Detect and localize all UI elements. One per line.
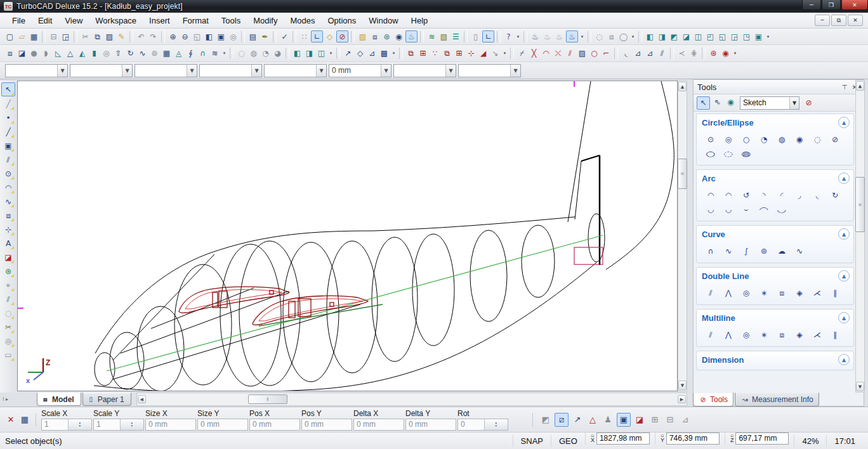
tab-model[interactable]: ⧈ Model bbox=[37, 393, 81, 406]
corner-handles-icon[interactable]: ⊟ bbox=[664, 413, 676, 426]
spline-3d-icon[interactable]: ∩ bbox=[197, 48, 208, 59]
arc-tan-3-icon[interactable]: ◡ bbox=[721, 203, 736, 216]
redo-icon[interactable]: ↷ bbox=[148, 31, 159, 42]
chevron-down-icon[interactable]: ▼ bbox=[251, 65, 261, 77]
save-icon[interactable]: ▦ bbox=[29, 31, 39, 42]
tab-paper-1[interactable]: ▯ Paper 1 bbox=[82, 393, 131, 406]
collapse-icon[interactable]: ▲ bbox=[838, 117, 850, 128]
array-rect-icon[interactable]: ⊞ bbox=[418, 48, 428, 59]
zoom-selection-icon[interactable]: ◎ bbox=[228, 31, 239, 42]
panel-tab-measurement-info[interactable]: ↝ Measurement Info bbox=[735, 393, 819, 407]
corner-trim-icon[interactable]: ⌐ bbox=[601, 48, 612, 59]
scroll-up-icon[interactable]: ▲ bbox=[678, 82, 687, 91]
knife-tool-icon[interactable]: ✂ bbox=[2, 321, 15, 334]
zoom-extents-icon[interactable]: ◧ bbox=[204, 31, 214, 42]
select-tool-icon[interactable]: ↖ bbox=[1, 82, 15, 96]
select-frame-icon[interactable]: ▭ bbox=[2, 349, 15, 361]
assembly-icon[interactable]: ◉ bbox=[720, 48, 731, 59]
revision-cloud-icon[interactable]: ☁ bbox=[774, 245, 789, 257]
arc-2-1-3-icon[interactable]: ◟ bbox=[810, 189, 825, 202]
dline-curve-icon[interactable]: ∗ bbox=[756, 287, 772, 299]
spell-check-icon[interactable]: ✓ bbox=[279, 31, 290, 42]
close-button[interactable]: ✕ bbox=[841, 0, 868, 10]
materials-icon[interactable]: ▧ bbox=[438, 31, 449, 42]
overflow-icon[interactable]: ▾ bbox=[391, 48, 397, 59]
property-combo[interactable]: ▼ bbox=[264, 64, 327, 77]
property-combo[interactable]: ▼ bbox=[393, 64, 456, 77]
arc-rotate-icon[interactable]: ↻ bbox=[827, 189, 843, 202]
chevron-down-icon[interactable]: ▼ bbox=[316, 65, 326, 77]
menu-item[interactable]: File bbox=[6, 14, 31, 27]
mline-rectangle-icon[interactable]: ⧈ bbox=[774, 329, 789, 341]
node-edit-icon[interactable]: ↗ bbox=[571, 413, 584, 426]
overflow-icon[interactable]: ▾ bbox=[502, 48, 508, 59]
chevron-down-icon[interactable]: ▼ bbox=[510, 65, 520, 77]
collapse-icon[interactable]: ▲ bbox=[838, 172, 850, 184]
chamfer-angle-icon[interactable]: ⊿ bbox=[645, 48, 655, 59]
edit-reference-icon[interactable]: ◪ bbox=[633, 413, 646, 426]
shrink-icon[interactable]: ≺ bbox=[676, 48, 687, 59]
copy-mirror-icon[interactable]: ⧉ bbox=[442, 48, 452, 59]
point-tool-icon[interactable]: • bbox=[2, 112, 15, 124]
sketch-curve-icon[interactable]: ∿ bbox=[792, 245, 807, 257]
property-combo[interactable]: ▼ bbox=[135, 64, 197, 77]
revolve-icon[interactable]: ↻ bbox=[125, 48, 136, 59]
circle-tan-arc-icon[interactable]: ⊘ bbox=[827, 133, 843, 146]
object-trim-icon[interactable]: ▨ bbox=[577, 48, 588, 59]
mline-perpendicular-icon[interactable]: ⋌ bbox=[810, 329, 825, 341]
chevron-down-icon[interactable]: ▼ bbox=[381, 65, 391, 77]
page-setup-icon[interactable]: ▯ bbox=[470, 31, 481, 42]
canvas-vertical-scrollbar[interactable]: ▲ ≡ ▼ bbox=[678, 81, 687, 391]
mdi-minimize-button[interactable]: ─ bbox=[815, 15, 830, 26]
arc-concentric-icon[interactable]: ◠ bbox=[721, 189, 736, 202]
torus-icon[interactable]: ◎ bbox=[101, 48, 112, 59]
overflow-icon[interactable]: ▾ bbox=[765, 31, 771, 42]
render-quality-icon[interactable]: ♨ bbox=[566, 30, 578, 42]
panel-node-select-icon[interactable]: ⇖ bbox=[711, 96, 723, 108]
overflow-icon[interactable]: ▾ bbox=[328, 48, 334, 59]
print-icon[interactable]: ⊟ bbox=[48, 31, 59, 42]
menu-item[interactable]: Insert bbox=[143, 14, 176, 27]
spinner[interactable]: ▴▾ bbox=[68, 419, 92, 430]
scroll-thumb[interactable]: ⦀ bbox=[248, 394, 287, 404]
layers-icon[interactable]: ≋ bbox=[426, 31, 437, 42]
coordinate-value[interactable]: 697,17 mm bbox=[735, 433, 789, 445]
boolean-subtract-icon[interactable]: ◨ bbox=[304, 48, 315, 59]
circle-tan-line-icon[interactable]: ◍ bbox=[774, 133, 789, 146]
spinner[interactable]: ▴▾ bbox=[484, 419, 508, 430]
array-radial-icon[interactable]: ∵ bbox=[430, 48, 440, 59]
menu-item[interactable]: Window bbox=[363, 14, 404, 27]
arc-tan-2-icon[interactable]: ◡ bbox=[703, 203, 718, 216]
ellipse-fixed-ratio-icon[interactable]: ◍ bbox=[735, 148, 758, 159]
box-tool-icon[interactable]: ⧈ bbox=[2, 209, 15, 222]
menu-item[interactable]: Modify bbox=[247, 14, 283, 27]
help-icon[interactable]: ? bbox=[503, 31, 514, 42]
cube-rotated-icon[interactable]: ◪ bbox=[16, 48, 27, 59]
menu-item[interactable]: View bbox=[59, 14, 88, 27]
maximize-button[interactable]: ❐ bbox=[822, 0, 841, 10]
magnetic-point-icon[interactable]: ⊘ bbox=[336, 30, 348, 42]
array-fit-icon[interactable]: ⊞ bbox=[454, 48, 464, 59]
zoom-window-icon[interactable]: ◱ bbox=[192, 31, 202, 42]
sphere-icon[interactable]: ● bbox=[29, 48, 39, 59]
menu-item[interactable]: Edit bbox=[32, 14, 58, 27]
snap-toggle[interactable]: SNAP bbox=[513, 435, 551, 447]
arc-3-point-icon[interactable]: ◝ bbox=[756, 189, 772, 202]
line-tool-icon[interactable]: ╱ bbox=[2, 126, 15, 138]
geo-toggle[interactable]: GEO bbox=[551, 435, 585, 447]
orbit-icon[interactable]: ⊛ bbox=[381, 31, 392, 42]
solid-tool-icon[interactable]: ◌ bbox=[2, 307, 15, 320]
mdi-restore-button[interactable]: ⧉ bbox=[831, 15, 846, 26]
menu-item[interactable]: Tools bbox=[216, 14, 246, 27]
palette-scrollbar[interactable]: ▲ ≡ ▼ bbox=[855, 80, 865, 393]
extrude-icon[interactable]: ⇧ bbox=[113, 48, 124, 59]
field-input[interactable]: 0 mm ▴▾ bbox=[405, 419, 456, 431]
panel-globe-icon[interactable]: ◉ bbox=[725, 96, 737, 108]
dline-polygon-icon[interactable]: ◈ bbox=[792, 287, 807, 299]
paste-icon[interactable]: ▨ bbox=[104, 31, 115, 42]
scroll-right-icon[interactable]: ▶ bbox=[678, 395, 686, 403]
arc-1-2-3-icon[interactable]: ◞ bbox=[792, 189, 807, 202]
rotate-3d-icon[interactable]: ◇ bbox=[355, 48, 365, 59]
menu-item[interactable]: Format bbox=[177, 14, 214, 27]
circle-concentric-icon[interactable]: ◎ bbox=[721, 133, 736, 146]
